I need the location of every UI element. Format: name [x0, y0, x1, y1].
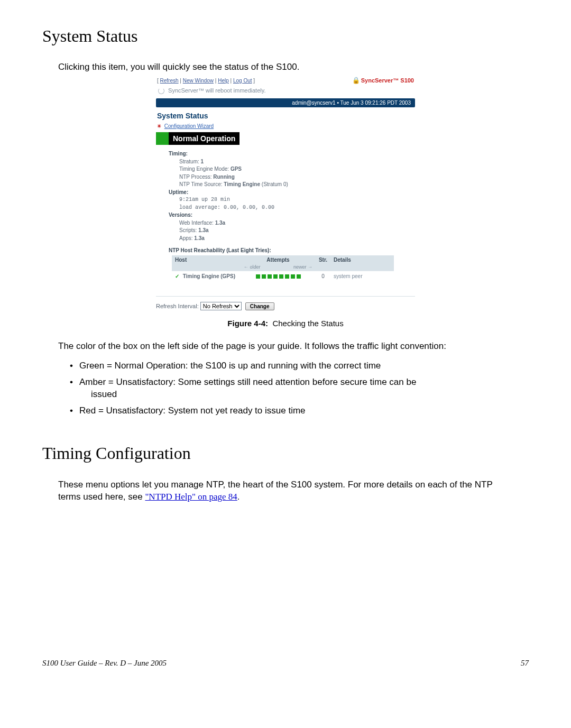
- reboot-notice: SyncServer™ will reboot immediately.: [156, 85, 415, 98]
- col-details: Details: [334, 257, 391, 263]
- help-link[interactable]: Help: [218, 78, 229, 84]
- refresh-interval-select[interactable]: No Refresh: [200, 302, 242, 310]
- attempt-square-icon: [273, 274, 278, 279]
- newer-label: newer →: [293, 264, 312, 270]
- attempt-square-icon: [262, 274, 266, 279]
- guide-paragraph: The color of the box on the left side of…: [42, 340, 529, 353]
- page-footer: S100 User Guide – Rev. D – June 2005 57: [42, 659, 529, 668]
- status-color-box: [156, 132, 169, 145]
- table-header-row: Host Attempts Str. Details: [172, 255, 394, 264]
- attempt-square-icon: [279, 274, 283, 279]
- timing-config-paragraph: These menu options let you manage NTP, t…: [42, 479, 529, 503]
- new-window-link[interactable]: New Window: [183, 78, 214, 84]
- status-indicator-bar: Normal Operation: [156, 132, 415, 145]
- logout-link[interactable]: Log Out: [233, 78, 252, 84]
- top-links-group: [ Refresh | New Window | Help | Log Out …: [157, 78, 255, 84]
- attempt-square-icon: [291, 274, 295, 279]
- refresh-label: Refresh Interval:: [156, 303, 199, 309]
- figure-caption: Figure 4-4: Checking the Status: [42, 319, 529, 328]
- timing-block: Timing: Stratum: 1 Timing Engine Mode: G…: [156, 145, 415, 242]
- refresh-link[interactable]: Refresh: [160, 78, 179, 84]
- cell-host: ✓ Timing Engine (GPS): [175, 273, 244, 279]
- status-color-list: Green = Normal Operation: the S100 is up…: [42, 360, 529, 417]
- config-wizard-link[interactable]: Configuration Wizard: [164, 123, 214, 129]
- attempt-square-icon: [256, 274, 260, 279]
- wizard-icon: ✴: [157, 123, 161, 129]
- col-host: Host: [175, 257, 244, 263]
- cell-details: system peer: [334, 273, 391, 279]
- check-icon: ✓: [175, 273, 179, 279]
- attempt-square-icon: [297, 274, 301, 279]
- section-system-status-title: System Status: [42, 26, 529, 46]
- status-text: Normal Operation: [169, 132, 240, 145]
- section-timing-config-title: Timing Configuration: [42, 444, 529, 463]
- reachability-heading: NTP Host Reachability (Last Eight Tries)…: [156, 242, 415, 255]
- user-time-banner: admin@syncserv1 • Tue Jun 3 09:21:26 PDT…: [156, 98, 415, 107]
- versions-label: Versions:: [169, 211, 415, 219]
- timing-label: Timing:: [169, 150, 415, 158]
- system-status-heading: System Status: [156, 107, 415, 122]
- col-stratum: Str.: [312, 257, 334, 263]
- change-button[interactable]: Change: [245, 302, 274, 310]
- syncserver-logo: 🔒SyncServer™ S100: [352, 77, 414, 84]
- list-item: Green = Normal Operation: the S100 is up…: [79, 360, 513, 372]
- uptime-label: Uptime:: [169, 189, 415, 197]
- older-label: ← older: [244, 264, 261, 270]
- list-item: Red = Unsatisfactory: System not yet rea…: [79, 405, 513, 417]
- col-attempts: Attempts: [244, 257, 312, 263]
- intro-paragraph: Clicking this item, you will quickly see…: [42, 62, 529, 72]
- table-row: ✓ Timing Engine (GPS) 0 system peer: [172, 271, 394, 281]
- table-subheader: ← older newer →: [172, 264, 394, 271]
- footer-page-number: 57: [521, 659, 529, 668]
- screenshot-top-bar: [ Refresh | New Window | Help | Log Out …: [156, 76, 415, 85]
- footer-left: S100 User Guide – Rev. D – June 2005: [42, 659, 167, 668]
- attempt-square-icon: [268, 274, 272, 279]
- spinner-icon: [158, 88, 164, 94]
- attempt-square-icon: [285, 274, 289, 279]
- config-wizard-row: ✴ Configuration Wizard: [156, 122, 415, 132]
- lock-icon: 🔒: [352, 77, 360, 84]
- cell-attempts: [244, 274, 312, 279]
- status-screenshot: [ Refresh | New Window | Help | Log Out …: [156, 76, 415, 310]
- cell-stratum: 0: [312, 273, 334, 279]
- list-item: Amber = Unsatisfactory: Some settings st…: [79, 376, 513, 401]
- ntpd-help-link[interactable]: "NTPD Help" on page 84: [145, 492, 237, 502]
- reachability-table: Host Attempts Str. Details ← older newer…: [172, 255, 394, 281]
- refresh-controls: Refresh Interval: No Refresh Change: [156, 296, 415, 310]
